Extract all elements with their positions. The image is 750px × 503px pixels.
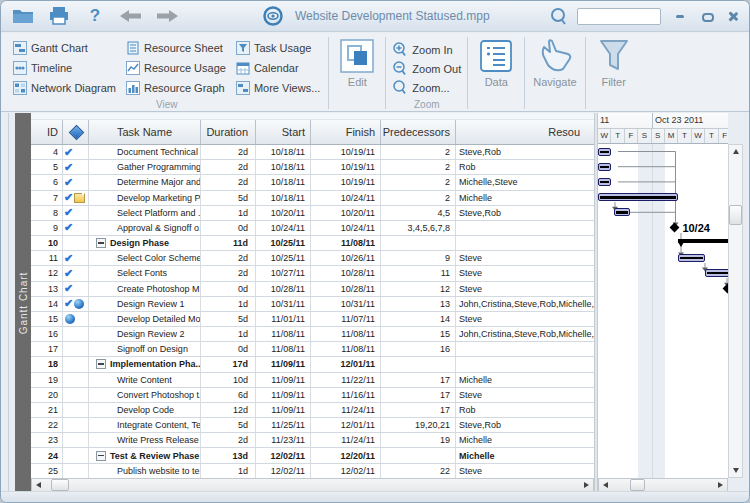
scroll-left-button[interactable]	[32, 479, 45, 491]
task-id-cell[interactable]: 6	[31, 175, 63, 189]
task-indicators-cell[interactable]	[63, 464, 89, 478]
column-header-indicators[interactable]	[63, 120, 89, 144]
task-finish-cell[interactable]: 10/24/11	[311, 221, 381, 235]
task-indicators-cell[interactable]	[63, 357, 89, 371]
task-row[interactable]: 8✔Select Platform and ...1d10/20/1110/20…	[31, 206, 594, 221]
task-resources-cell[interactable]: Michelle	[456, 373, 594, 387]
print-button[interactable]	[47, 6, 71, 26]
task-indicators-cell[interactable]	[63, 403, 89, 417]
task-indicators-cell[interactable]	[63, 418, 89, 432]
filter-button[interactable]: Filter	[588, 35, 640, 111]
task-indicators-cell[interactable]: ✔	[63, 282, 89, 296]
task-indicators-cell[interactable]	[63, 433, 89, 447]
task-name-cell[interactable]: Implementation Pha...	[89, 357, 201, 371]
task-start-cell[interactable]: 11/09/11	[256, 373, 311, 387]
task-duration-cell[interactable]: 2d	[201, 433, 256, 447]
task-row[interactable]: 9✔Approval & Signoff o...0d10/24/1110/24…	[31, 221, 594, 236]
task-resources-cell[interactable]: Steve,Rob	[456, 418, 594, 432]
column-header-Finish[interactable]: Finish	[311, 120, 381, 144]
task-predecessors-cell[interactable]: 2	[381, 191, 456, 205]
task-start-cell[interactable]: 11/25/11	[256, 418, 311, 432]
task-indicators-cell[interactable]	[63, 373, 89, 387]
task-resources-cell[interactable]: John,Cristina,Steve,Rob,Michelle,J	[456, 327, 594, 341]
task-indicators-cell[interactable]: ✔	[63, 251, 89, 265]
task-indicators-cell[interactable]: ✔	[63, 191, 89, 205]
task-start-cell[interactable]: 11/08/11	[256, 342, 311, 356]
task-predecessors-cell[interactable]: 17	[381, 388, 456, 402]
task-predecessors-cell[interactable]	[381, 236, 456, 250]
navigate-button[interactable]: Navigate	[527, 35, 582, 111]
task-finish-cell[interactable]: 11/08/11	[311, 342, 381, 356]
network-diagram-button[interactable]: Network Diagram	[11, 78, 118, 98]
column-header-Predecessors[interactable]: Predecessors	[381, 120, 456, 144]
task-indicators-cell[interactable]: ✔	[63, 297, 89, 311]
task-name-cell[interactable]: Select Color Schemes	[89, 251, 201, 265]
task-start-cell[interactable]: 10/28/11	[256, 282, 311, 296]
task-row[interactable]: 25Publish website to te...1d12/02/1112/0…	[31, 464, 594, 479]
task-name-cell[interactable]: Select Fonts	[89, 266, 201, 280]
task-start-cell[interactable]: 10/18/11	[256, 145, 311, 159]
task-finish-cell[interactable]: 10/19/11	[311, 175, 381, 189]
task-duration-cell[interactable]: 5d	[201, 312, 256, 326]
zoom-in-button[interactable]: Zoom In	[392, 40, 461, 59]
task-resources-cell[interactable]	[456, 221, 594, 235]
task-bar[interactable]	[598, 163, 611, 171]
scroll-right-button[interactable]	[580, 479, 593, 491]
back-button[interactable]	[119, 6, 143, 26]
task-row[interactable]: 22Integrate Content, Te...5d11/25/1112/0…	[31, 418, 594, 433]
task-predecessors-cell[interactable]: 22	[381, 464, 456, 478]
task-start-cell[interactable]: 10/31/11	[256, 297, 311, 311]
task-duration-cell[interactable]: 1d	[201, 206, 256, 220]
task-row[interactable]: 13✔Create Photoshop M...0d10/28/1110/28/…	[31, 282, 594, 297]
task-resources-cell[interactable]: Rob	[456, 403, 594, 417]
task-id-cell[interactable]: 4	[31, 145, 63, 159]
column-header-Start[interactable]: Start	[256, 120, 311, 144]
task-duration-cell[interactable]: 2d	[201, 175, 256, 189]
task-bar[interactable]	[598, 178, 611, 186]
search-icon[interactable]	[549, 6, 569, 26]
column-header-Resou[interactable]: Resou	[456, 120, 594, 144]
collapse-toggle-icon[interactable]	[96, 451, 106, 461]
task-row[interactable]: 20Convert Photoshop t...6d11/09/1111/16/…	[31, 388, 594, 403]
task-predecessors-cell[interactable]: 2	[381, 160, 456, 174]
task-predecessors-cell[interactable]: 16	[381, 342, 456, 356]
task-predecessors-cell[interactable]: 19	[381, 433, 456, 447]
task-duration-cell[interactable]: 13d	[201, 448, 256, 462]
column-header-Duration[interactable]: Duration	[201, 120, 256, 144]
task-resources-cell[interactable]: Rob	[456, 160, 594, 174]
task-row[interactable]: 11✔Select Color Schemes2d10/25/1110/26/1…	[31, 251, 594, 266]
task-finish-cell[interactable]: 10/28/11	[311, 282, 381, 296]
task-start-cell[interactable]: 10/18/11	[256, 160, 311, 174]
task-row[interactable]: 14✔Design Review 11d10/31/1110/31/1113Jo…	[31, 297, 594, 312]
task-start-cell[interactable]: 11/08/11	[256, 327, 311, 341]
task-duration-cell[interactable]: 6d	[201, 388, 256, 402]
task-duration-cell[interactable]: 0d	[201, 221, 256, 235]
milestone-diamond[interactable]	[669, 222, 679, 232]
vertical-scrollbar[interactable]	[728, 144, 743, 478]
collapse-toggle-icon[interactable]	[96, 359, 106, 369]
task-name-cell[interactable]: Develop Detailed Mo...	[89, 312, 201, 326]
task-id-cell[interactable]: 5	[31, 160, 63, 174]
task-indicators-cell[interactable]	[63, 448, 89, 462]
column-header-ID[interactable]: ID	[31, 120, 63, 144]
task-duration-cell[interactable]: 1d	[201, 327, 256, 341]
summary-bar[interactable]	[678, 239, 728, 243]
task-name-cell[interactable]: Signoff on Design	[89, 342, 201, 356]
task-duration-cell[interactable]: 12d	[201, 403, 256, 417]
task-predecessors-cell[interactable]: 3,4,5,6,7,8	[381, 221, 456, 235]
task-duration-cell[interactable]: 0d	[201, 342, 256, 356]
task-row[interactable]: 24Test & Review Phase13d12/02/1112/20/11…	[31, 448, 594, 463]
task-duration-cell[interactable]: 2d	[201, 160, 256, 174]
task-indicators-cell[interactable]: ✔	[63, 221, 89, 235]
task-bar[interactable]	[598, 148, 611, 156]
task-start-cell[interactable]: 11/09/11	[256, 357, 311, 371]
task-name-cell[interactable]: Test & Review Phase	[89, 448, 201, 462]
task-indicators-cell[interactable]: ✔	[63, 160, 89, 174]
task-id-cell[interactable]: 19	[31, 373, 63, 387]
scroll-right-button[interactable]	[714, 479, 727, 491]
task-id-cell[interactable]: 18	[31, 357, 63, 371]
task-duration-cell[interactable]: 1d	[201, 464, 256, 478]
task-start-cell[interactable]: 10/25/11	[256, 236, 311, 250]
task-finish-cell[interactable]: 11/08/11	[311, 236, 381, 250]
task-resources-cell[interactable]: Michelle	[456, 433, 594, 447]
